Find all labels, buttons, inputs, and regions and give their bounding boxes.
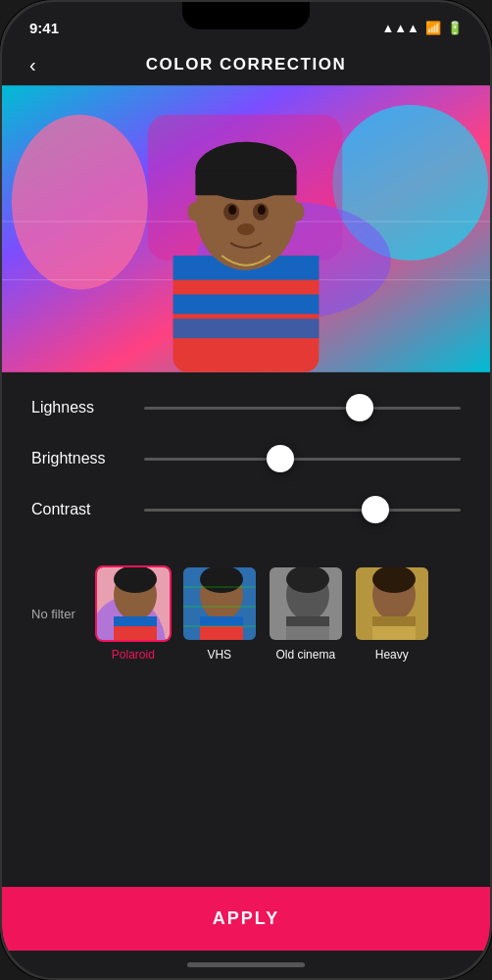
svg-point-17: [258, 205, 266, 215]
status-time: 9:41: [29, 20, 59, 36]
signal-icon: ▲▲▲: [381, 21, 419, 35]
filters-row: No filter Polaroid: [22, 565, 490, 662]
phone-screen: 9:41 ▲▲▲ 📶 🔋 ‹ COLOR CORRECTION: [2, 2, 490, 978]
status-icons: ▲▲▲ 📶 🔋: [381, 21, 463, 35]
filter-label-old-cinema: Old cinema: [275, 648, 335, 662]
brightness-slider[interactable]: [144, 444, 461, 473]
no-filter-label: No filter: [22, 607, 85, 621]
contrast-label: Contrast: [31, 501, 124, 518]
svg-rect-41: [286, 616, 329, 626]
svg-rect-33: [200, 616, 243, 626]
filter-thumbnail-heavy[interactable]: [354, 565, 430, 642]
apply-section: APPLY: [2, 887, 490, 951]
header: ‹ COLOR CORRECTION: [2, 45, 490, 84]
contrast-slider-row: Contrast: [31, 495, 461, 524]
home-bar: [187, 962, 305, 967]
lighness-slider-row: Lighness: [31, 393, 461, 422]
brightness-thumb[interactable]: [267, 445, 294, 472]
filter-label-heavy: Heavy: [375, 648, 409, 662]
home-indicator: [2, 951, 490, 978]
brightness-slider-row: Brightness: [31, 444, 461, 473]
svg-point-18: [237, 223, 255, 235]
filter-label-vhs: VHS: [207, 648, 231, 662]
lighness-label: Lighness: [31, 399, 124, 416]
brightness-label: Brightness: [31, 450, 124, 467]
svg-rect-27: [114, 616, 157, 626]
svg-point-20: [289, 202, 305, 221]
svg-rect-47: [372, 616, 416, 626]
wifi-icon: 📶: [425, 21, 441, 35]
page-title: COLOR CORRECTION: [146, 55, 346, 74]
phone-shell: 9:41 ▲▲▲ 📶 🔋 ‹ COLOR CORRECTION: [0, 0, 492, 980]
svg-point-19: [187, 202, 203, 221]
filter-no-filter[interactable]: No filter: [22, 607, 85, 621]
apply-button[interactable]: APPLY: [2, 887, 490, 951]
svg-point-1: [12, 115, 148, 290]
svg-rect-13: [195, 171, 296, 195]
battery-icon: 🔋: [447, 21, 463, 35]
notch: [182, 2, 310, 29]
filter-thumbnail-vhs[interactable]: [181, 565, 258, 642]
lighness-thumb[interactable]: [346, 394, 373, 421]
filter-item-vhs[interactable]: VHS: [181, 565, 258, 662]
svg-point-16: [228, 205, 236, 215]
filter-label-polaroid: Polaroid: [112, 648, 155, 662]
contrast-thumb[interactable]: [362, 496, 389, 523]
filter-thumbnail-old-cinema[interactable]: [268, 565, 344, 642]
filter-item-polaroid[interactable]: Polaroid: [95, 565, 172, 662]
preview-image: [2, 84, 490, 373]
contrast-slider[interactable]: [144, 495, 461, 524]
filters-section: No filter Polaroid: [2, 556, 490, 671]
back-button[interactable]: ‹: [22, 50, 44, 80]
filter-item-heavy[interactable]: Heavy: [354, 565, 430, 662]
filter-thumbnail-polaroid[interactable]: [95, 565, 172, 642]
filter-item-old-cinema[interactable]: Old cinema: [268, 565, 344, 662]
sliders-section: Lighness Brightness Contrast: [2, 373, 490, 556]
svg-rect-21: [173, 318, 320, 338]
lighness-slider[interactable]: [144, 393, 461, 422]
svg-rect-9: [173, 294, 320, 314]
